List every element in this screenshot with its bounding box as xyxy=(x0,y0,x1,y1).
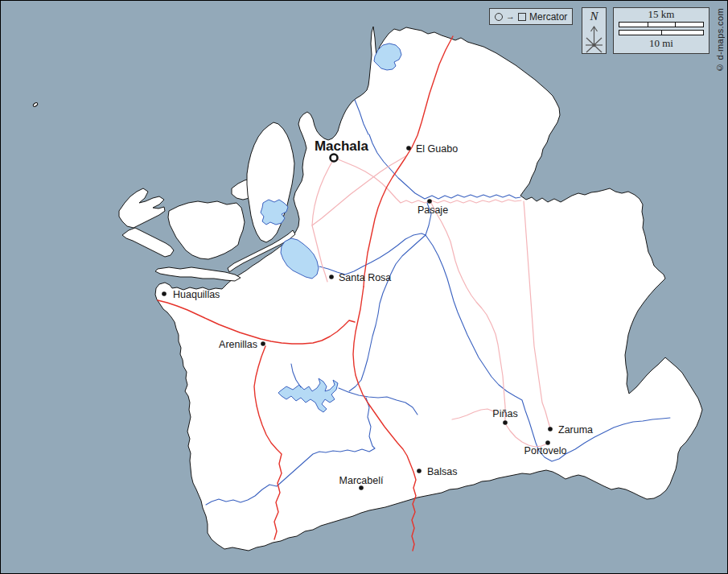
city-marker-Arenillas xyxy=(261,341,265,346)
city-label-Arenillas: Arenillas xyxy=(219,339,257,350)
city-marker-Machala xyxy=(331,155,338,162)
map-root: MachalaEl GuaboPasajeSanta RosaHuaquilla… xyxy=(0,0,728,574)
city-label-El Guabo: El Guabo xyxy=(416,143,458,155)
city-marker-Zaruma xyxy=(548,427,553,432)
projection-label: Mercator xyxy=(529,11,567,23)
compass-north-label: N xyxy=(582,10,606,23)
compass-rose: N xyxy=(582,7,607,54)
island-northwest-2 xyxy=(122,228,174,257)
city-marker-El Guabo xyxy=(406,146,411,151)
city-label-Huaquillas: Huaquillas xyxy=(173,289,220,300)
city-label-Balsas: Balsas xyxy=(427,466,458,477)
arrow-right-icon: → xyxy=(506,12,515,21)
projection-legend: → Mercator xyxy=(489,8,573,25)
city-label-Piñas: Piñas xyxy=(492,408,517,419)
map-canvas: MachalaEl GuaboPasajeSanta RosaHuaquilla… xyxy=(0,0,728,574)
scale-tick xyxy=(661,30,662,35)
city-marker-Balsas xyxy=(417,469,422,473)
ponds-machala xyxy=(261,200,288,225)
island-northwest-1 xyxy=(119,188,165,228)
city-marker-Piñas xyxy=(503,420,508,425)
scale-bar-panel: 15 km 10 mi xyxy=(613,7,709,54)
islet-offshore xyxy=(33,102,39,107)
globe-circle-icon xyxy=(495,13,503,21)
scale-bar-km xyxy=(619,22,704,27)
island-peninsula-west-machala xyxy=(247,122,294,242)
city-label-Marcabelí: Marcabelí xyxy=(339,475,384,486)
city-label-Pasaje: Pasaje xyxy=(417,204,448,216)
city-marker-Marcabelí xyxy=(359,485,364,490)
city-label-Santa Rosa: Santa Rosa xyxy=(339,272,391,283)
scale-tick xyxy=(648,22,648,27)
projected-square-icon xyxy=(518,13,526,21)
city-label-Portovelo: Portovelo xyxy=(524,445,567,456)
city-marker-Santa Rosa xyxy=(329,275,334,279)
compass-needle-icon xyxy=(582,23,606,54)
scale-bar-mi xyxy=(619,30,704,35)
scale-km-label: 15 km xyxy=(614,9,709,20)
city-marker-Pasaje xyxy=(427,199,432,204)
city-label-Zaruma: Zaruma xyxy=(558,424,593,436)
city-marker-Portovelo xyxy=(545,440,550,445)
island-jambeli-main xyxy=(168,201,245,259)
copyright-text: © d-maps.com xyxy=(715,8,725,72)
land-layer xyxy=(33,27,702,551)
city-label-Machala: Machala xyxy=(315,138,369,154)
scale-mi-label: 10 mi xyxy=(614,38,709,49)
city-marker-Huaquillas xyxy=(162,291,167,296)
scale-tick xyxy=(675,22,676,27)
